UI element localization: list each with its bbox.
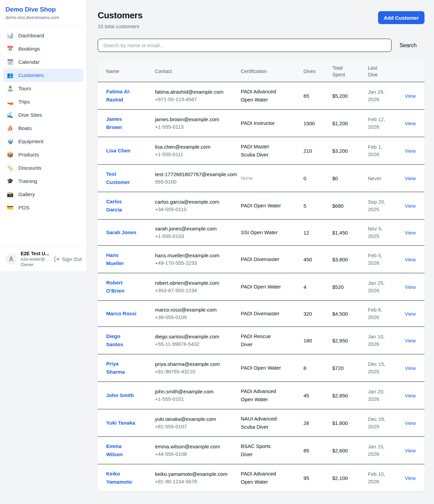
user-meta: E2E Test U... e2e-tester@... Owner <box>21 251 50 267</box>
sidebar-item-bookings[interactable]: 📅 Bookings <box>3 42 83 55</box>
customer-last-dive: Jan 15, 2026 <box>368 443 386 458</box>
table-row: Carlos Garcia carlos.garcia@example.com … <box>98 192 425 220</box>
customer-name-link[interactable]: James Brown <box>106 115 137 131</box>
sidebar-item-products[interactable]: 📦 Products <box>3 148 83 161</box>
gallery-icon: 📸 <box>6 191 14 198</box>
sidebar-item-discounts[interactable]: 🏷️ Discounts <box>3 161 83 174</box>
customer-dives: 210 <box>298 137 327 165</box>
view-link[interactable]: View <box>405 393 416 398</box>
sidebar-nav: 📊 Dashboard 📅 Bookings 🗓️ Calendar 👥 Cus… <box>0 25 86 246</box>
customer-email: diego.santos@example.com <box>155 333 238 340</box>
table-row: Test Customer test-1772681807767@example… <box>98 165 425 192</box>
sidebar-item-boats[interactable]: ⛵ Boats <box>3 122 83 135</box>
customer-certification: PADI Advanced Open Water <box>241 88 282 104</box>
view-link[interactable]: View <box>405 448 416 453</box>
view-link[interactable]: View <box>405 338 416 343</box>
column-header-dives: Dives <box>298 61 327 82</box>
page-title: Customers <box>98 10 142 21</box>
customer-total-spent: $520 <box>327 273 363 301</box>
customer-last-dive: Nov 5, 2025 <box>368 225 386 240</box>
customer-last-dive: Dec 15, 2025 <box>368 360 386 375</box>
sidebar-item-label: Bookings <box>18 46 40 52</box>
customer-certification: PADI Rescue Diver <box>241 332 282 349</box>
customer-certification: None <box>241 174 253 182</box>
customer-certification: BSAC Sports Diver <box>241 442 282 459</box>
sidebar-item-label: Trips <box>18 99 30 105</box>
table-row: Robert O'Brien robert.obrien@example.com… <box>98 273 425 301</box>
customer-name-link[interactable]: Hans Mueller <box>106 251 137 267</box>
customer-name-link[interactable]: Robert O'Brien <box>106 279 137 295</box>
customer-phone: +49-170-555-2233 <box>155 259 238 267</box>
customer-name-link[interactable]: Emma Wilson <box>106 442 137 459</box>
customer-last-dive: Jan 25, 2026 <box>368 279 386 294</box>
customer-name-link[interactable]: Diego Santos <box>106 332 137 349</box>
table-row: Marco Rossi marco.rossi@example.com +39-… <box>98 301 425 327</box>
sidebar-item-training[interactable]: 🎓 Training <box>3 174 83 188</box>
sidebar-item-label: Boats <box>18 125 32 131</box>
customer-total-spent: $1,800 <box>327 409 363 437</box>
customer-name-link[interactable]: John Smith <box>106 391 134 399</box>
shop-name: Demo Dive Shop <box>5 6 81 13</box>
customer-email: sarah.jones@example.com <box>155 225 238 232</box>
app-window: Demo Dive Shop demo.test.divestreams.com… <box>0 0 434 504</box>
customer-last-dive: Feb 12, 2026 <box>368 116 386 131</box>
customer-name-link[interactable]: Carlos Garcia <box>106 198 137 214</box>
customer-name-link[interactable]: Keiko Yamamoto <box>106 470 137 486</box>
sidebar-item-customers[interactable]: 👥 Customers <box>3 69 83 82</box>
view-link[interactable]: View <box>405 365 416 371</box>
sidebar-item-pos[interactable]: 💳 POS <box>3 201 83 214</box>
customer-dives: 8 <box>298 354 327 382</box>
view-link[interactable]: View <box>405 203 416 209</box>
customer-name-link[interactable]: Marco Rossi <box>106 310 136 318</box>
customer-phone: +39-555-0105 <box>155 314 238 321</box>
sidebar-item-dive-sites[interactable]: 🌊 Dive Sites <box>3 108 83 122</box>
add-customer-button[interactable]: Add Customer <box>378 11 425 24</box>
customer-name-link[interactable]: Sarah Jones <box>106 228 136 237</box>
customer-name-link[interactable]: Priya Sharma <box>106 360 137 376</box>
sidebar-item-label: Dashboard <box>18 33 44 39</box>
sidebar-item-tours[interactable]: 🏝️ Tours <box>3 82 83 95</box>
customer-name-link[interactable]: Lisa Chen <box>106 147 131 155</box>
view-link[interactable]: View <box>405 257 416 262</box>
sidebar-item-calendar[interactable]: 🗓️ Calendar <box>3 55 83 69</box>
customer-name-link[interactable]: Fatima Al-Rashid <box>106 88 137 104</box>
customer-total-spent: $3,200 <box>327 137 363 165</box>
customer-last-dive: Dec 28, 2025 <box>368 415 386 430</box>
search-input[interactable] <box>98 39 392 52</box>
customer-total-spent: $4,500 <box>327 301 363 327</box>
customer-phone: +1-555-0113 <box>155 123 238 131</box>
customer-phone: +44-555-0108 <box>155 450 238 458</box>
calendar-icon: 🗓️ <box>6 59 14 65</box>
customer-dives: 45 <box>298 382 327 409</box>
view-link[interactable]: View <box>405 284 416 290</box>
customer-total-spent: $2,850 <box>327 382 363 409</box>
view-link[interactable]: View <box>405 120 416 126</box>
customer-total-spent: $720 <box>327 354 363 382</box>
view-link[interactable]: View <box>405 93 416 99</box>
table-row: Hans Mueller hans.mueller@example.com +4… <box>98 246 425 273</box>
sidebar-item-equipment[interactable]: 🤿 Equipment <box>3 135 83 148</box>
view-link[interactable]: View <box>405 475 416 481</box>
table-row: Emma Wilson emma.wilson@example.com +44-… <box>98 437 425 464</box>
view-link[interactable]: View <box>405 175 416 181</box>
customer-dives: 4 <box>298 273 327 301</box>
sidebar-item-dashboard[interactable]: 📊 Dashboard <box>3 29 83 42</box>
user-email: e2e-tester@... <box>21 257 50 262</box>
customer-dives: 28 <box>298 409 327 437</box>
view-link[interactable]: View <box>405 148 416 154</box>
sign-out-button[interactable]: Sign Out <box>54 256 82 262</box>
sidebar-item-gallery[interactable]: 📸 Gallery <box>3 188 83 201</box>
customer-name-link[interactable]: Test Customer <box>106 170 137 186</box>
customer-count: 15 total customers <box>98 23 142 29</box>
view-link[interactable]: View <box>405 311 416 317</box>
view-link[interactable]: View <box>405 420 416 426</box>
search-button[interactable]: Search <box>392 42 425 49</box>
shop-header: Demo Dive Shop demo.test.divestreams.com <box>0 0 86 25</box>
view-link[interactable]: View <box>405 230 416 236</box>
customer-dives: 0 <box>298 165 327 192</box>
customer-email: test-1772681807767@example.com <box>155 171 238 178</box>
customer-name-link[interactable]: Yuki Tanaka <box>106 419 135 427</box>
sidebar-item-trips[interactable]: 🚤 Trips <box>3 95 83 108</box>
customer-email: yuki.tanaka@example.com <box>155 415 238 423</box>
customer-certification: PADI Divemaster <box>241 310 279 318</box>
